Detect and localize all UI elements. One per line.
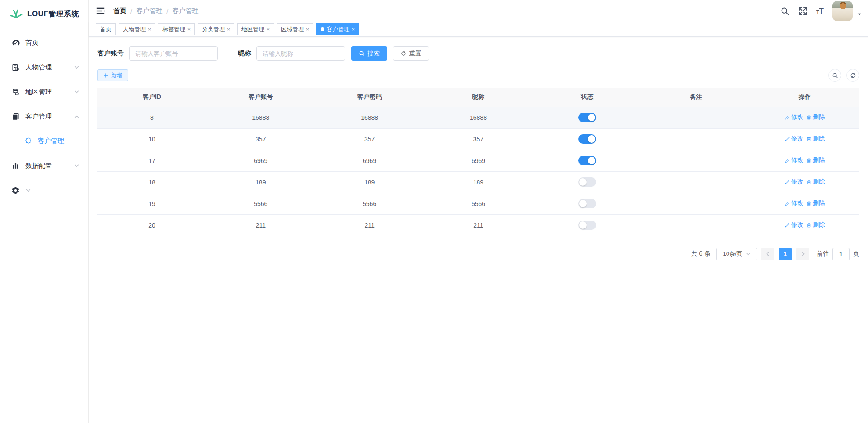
- tag-tab-0[interactable]: 首页: [96, 23, 116, 35]
- table-head: 客户ID 客户账号 客户密码 昵称 状态 备注 操作: [97, 88, 859, 107]
- cell-password: 357: [315, 128, 424, 150]
- cell-actions: 修改删除: [750, 128, 859, 150]
- close-icon[interactable]: ×: [148, 27, 151, 32]
- sidebar-item-5[interactable]: 系统管理: [0, 178, 88, 202]
- cell-nickname: 357: [424, 128, 533, 150]
- goto-page: 前往 页: [817, 248, 859, 260]
- delete-link[interactable]: 删除: [806, 178, 825, 186]
- font-size-icon[interactable]: TT: [816, 7, 824, 15]
- col-remark: 备注: [641, 88, 750, 107]
- sidebar-item-4[interactable]: 数据配置: [0, 153, 88, 178]
- col-status: 状态: [533, 88, 641, 107]
- edit-link[interactable]: 修改: [785, 221, 803, 229]
- toggle-search-button[interactable]: [828, 69, 841, 82]
- user-menu-caret-icon[interactable]: [857, 12, 862, 17]
- cell-id: 8: [97, 107, 206, 128]
- status-toggle[interactable]: [578, 156, 596, 165]
- delete-link[interactable]: 删除: [806, 199, 825, 207]
- status-toggle[interactable]: [578, 199, 596, 208]
- cell-account: 357: [206, 128, 315, 150]
- page-size-select[interactable]: 10条/页: [716, 248, 757, 260]
- tag-label: 标签管理: [162, 25, 185, 33]
- bar-chart-icon: [11, 162, 20, 170]
- delete-link[interactable]: 删除: [806, 113, 825, 121]
- pagination-total: 共 6 条: [691, 250, 710, 258]
- table-row: 18189189189修改删除: [97, 171, 859, 193]
- sidebar-menu: 首页人物管理地区管理客户管理客户管理数据配置系统管理: [0, 28, 88, 202]
- content: 客户账号 昵称 搜索 重置: [89, 37, 868, 260]
- tag-label: 客户管理: [327, 25, 349, 33]
- sidebar-item-2[interactable]: 地区管理: [0, 80, 88, 104]
- table-body: 8168881688816888修改删除10357357357修改删除17696…: [97, 107, 859, 236]
- sidebar-item-label: 数据配置: [25, 162, 74, 170]
- chevron-down-icon: [74, 65, 79, 70]
- breadcrumb-item-0[interactable]: 首页: [113, 7, 126, 15]
- reset-button[interactable]: 重置: [393, 46, 429, 61]
- user-avatar[interactable]: [832, 1, 853, 21]
- tag-tab-4[interactable]: 地区管理×: [237, 23, 274, 35]
- close-icon[interactable]: ×: [267, 27, 270, 32]
- table-row: 8168881688816888修改删除: [97, 107, 859, 128]
- close-icon[interactable]: ×: [352, 27, 355, 32]
- breadcrumb-separator: /: [130, 7, 132, 15]
- delete-link[interactable]: 删除: [806, 156, 825, 164]
- cell-actions: 修改删除: [750, 107, 859, 128]
- edit-link[interactable]: 修改: [785, 156, 803, 164]
- tag-tab-1[interactable]: 人物管理×: [119, 23, 155, 35]
- app-root: LOUF管理系统 首页人物管理地区管理客户管理客户管理数据配置系统管理 首页/客…: [0, 0, 868, 423]
- main-area: 首页/客户管理/客户管理 TT: [89, 0, 868, 423]
- col-customer-password: 客户密码: [315, 88, 424, 107]
- edit-link[interactable]: 修改: [785, 135, 803, 143]
- status-toggle[interactable]: [578, 134, 596, 144]
- next-page-button[interactable]: [796, 248, 809, 260]
- header-search-icon[interactable]: [780, 7, 789, 16]
- sidebar: LOUF管理系统 首页人物管理地区管理客户管理客户管理数据配置系统管理: [0, 0, 89, 423]
- tag-label: 地区管理: [241, 25, 264, 33]
- col-actions: 操作: [750, 88, 859, 107]
- search-button[interactable]: 搜索: [351, 46, 387, 61]
- close-icon[interactable]: ×: [306, 27, 309, 32]
- nickname-input[interactable]: [256, 46, 345, 61]
- sidebar-subitem-label: 客户管理: [38, 137, 79, 145]
- tag-tab-6[interactable]: 客户管理×: [316, 23, 359, 35]
- edit-link[interactable]: 修改: [785, 178, 803, 186]
- page-number-1[interactable]: 1: [779, 248, 792, 260]
- refresh-icon: [400, 51, 407, 57]
- refresh-table-button[interactable]: [846, 69, 859, 82]
- account-input[interactable]: [129, 46, 218, 61]
- close-icon[interactable]: ×: [227, 27, 230, 32]
- sidebar-item-0[interactable]: 首页: [0, 30, 88, 55]
- delete-link[interactable]: 删除: [806, 135, 825, 143]
- tag-tab-5[interactable]: 区域管理×: [277, 23, 313, 35]
- cell-remark: [641, 214, 750, 236]
- sidebar-subitem-customer[interactable]: 客户管理: [0, 129, 88, 153]
- sidebar-item-label: 系统管理: [12, 187, 19, 194]
- edit-link[interactable]: 修改: [785, 113, 803, 121]
- edit-link[interactable]: 修改: [785, 199, 803, 207]
- status-toggle[interactable]: [578, 221, 596, 230]
- puzzle-icon: [25, 137, 32, 145]
- refresh-icon: [850, 72, 856, 79]
- table-row: 17696969696969修改删除: [97, 150, 859, 171]
- goto-page-input[interactable]: [832, 248, 850, 260]
- cell-password: 6969: [315, 150, 424, 171]
- collapse-sidebar-icon[interactable]: [96, 6, 105, 16]
- cell-id: 20: [97, 214, 206, 236]
- tag-tab-3[interactable]: 分类管理×: [198, 23, 234, 35]
- fullscreen-icon[interactable]: [798, 7, 807, 16]
- nickname-label: 昵称: [238, 49, 251, 58]
- status-toggle[interactable]: [578, 113, 596, 122]
- add-button[interactable]: 新增: [97, 69, 128, 81]
- cell-id: 18: [97, 171, 206, 193]
- cell-nickname: 5566: [424, 193, 533, 214]
- delete-link[interactable]: 删除: [806, 221, 825, 229]
- status-toggle[interactable]: [578, 177, 596, 187]
- sidebar-item-3[interactable]: 客户管理: [0, 104, 88, 129]
- customer-files-icon: [11, 112, 20, 121]
- close-icon[interactable]: ×: [187, 27, 191, 32]
- prev-page-button[interactable]: [761, 248, 774, 260]
- chevron-left-icon: [765, 251, 771, 257]
- cell-remark: [641, 193, 750, 214]
- sidebar-item-1[interactable]: 人物管理: [0, 55, 88, 80]
- tag-tab-2[interactable]: 标签管理×: [158, 23, 195, 35]
